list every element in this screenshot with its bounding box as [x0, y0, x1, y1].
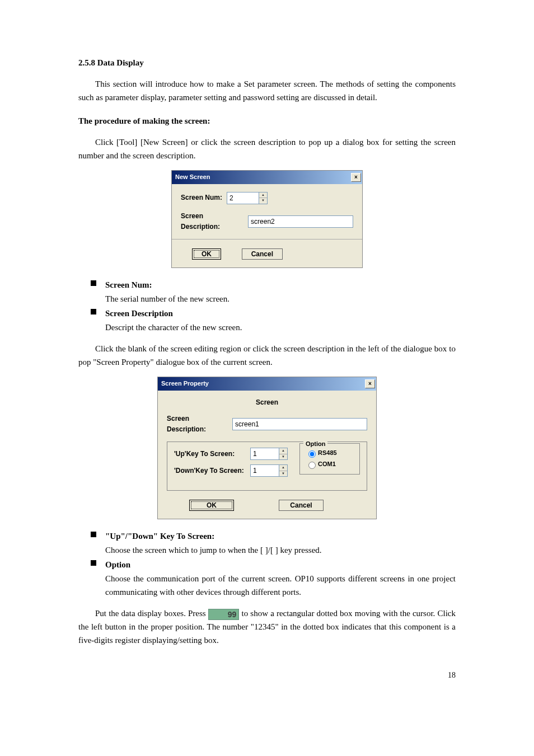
- option-legend: Option: [303, 439, 327, 449]
- spinner-icon[interactable]: ▲▼: [279, 448, 288, 460]
- square-bullet-icon: [91, 280, 96, 286]
- dialog-titlebar: Screen Property ×: [158, 377, 376, 391]
- term: Screen Description: [105, 309, 173, 318]
- square-bullet-icon: [91, 532, 96, 537]
- mid-paragraph: Click the blank of the screen editing re…: [78, 342, 456, 369]
- list-item: Screen Description Descript the characte…: [91, 307, 456, 334]
- list-item: Screen Num: The serial number of the new…: [91, 278, 456, 306]
- ok-button[interactable]: OK: [192, 248, 221, 260]
- down-key-input[interactable]: [250, 464, 279, 477]
- desc: Descript the character of the new screen…: [105, 321, 456, 334]
- data-display-icon[interactable]: 99: [208, 609, 240, 620]
- screen-desc-input[interactable]: [248, 215, 353, 228]
- screen-desc-label: Screen Description:: [181, 211, 243, 232]
- page-number: 18: [78, 669, 456, 682]
- bullet-list-1: Screen Num: The serial number of the new…: [78, 278, 456, 334]
- up-key-input[interactable]: [250, 448, 279, 460]
- spinner-icon[interactable]: ▲▼: [279, 464, 288, 477]
- term: Option: [105, 560, 130, 569]
- spinner-icon[interactable]: ▲▼: [259, 192, 268, 204]
- screen-property-dialog: Screen Property × Screen Screen Descript…: [157, 377, 377, 519]
- term: "Up"/"Down" Key To Screen:: [105, 532, 214, 541]
- desc: Choose the communication port of the cur…: [105, 572, 456, 599]
- screen-desc-input[interactable]: [232, 418, 367, 430]
- ok-button[interactable]: OK: [189, 500, 234, 511]
- cancel-button[interactable]: Cancel: [279, 500, 324, 511]
- screen-num-input[interactable]: [227, 192, 259, 204]
- square-bullet-icon: [91, 309, 96, 314]
- term: Screen Num:: [105, 280, 152, 289]
- intro-paragraph: This section will introduce how to make …: [78, 77, 456, 104]
- cancel-button[interactable]: Cancel: [242, 248, 283, 260]
- down-key-label: 'Down'Key To Screen:: [174, 466, 246, 476]
- final-text-a: Put the data display boxes. Press: [95, 609, 208, 618]
- option-group: Option RS485 COM1: [299, 443, 360, 474]
- dialog-title: New Screen: [175, 172, 210, 182]
- list-item: "Up"/"Down" Key To Screen: Choose the sc…: [91, 529, 456, 557]
- bullet-list-2: "Up"/"Down" Key To Screen: Choose the sc…: [78, 529, 456, 599]
- procedure-heading: The procedure of making the screen:: [78, 114, 456, 128]
- desc: The serial number of the new screen.: [105, 292, 456, 306]
- final-paragraph: Put the data display boxes. Press 99 to …: [78, 607, 456, 647]
- new-screen-dialog: New Screen × Screen Num: ▲▼ Screen Descr…: [171, 170, 363, 268]
- dialog-titlebar: New Screen ×: [172, 171, 362, 184]
- close-icon[interactable]: ×: [365, 379, 375, 388]
- com1-radio[interactable]: [308, 462, 316, 469]
- rs485-radio[interactable]: [308, 450, 316, 458]
- screen-num-label: Screen Num:: [181, 192, 222, 203]
- up-key-label: 'Up'Key To Screen:: [174, 449, 246, 459]
- screen-desc-label: Screen Description:: [167, 414, 228, 435]
- close-icon[interactable]: ×: [351, 173, 361, 182]
- radio-label: RS485: [318, 449, 337, 456]
- list-item: Option Choose the communication port of …: [91, 558, 456, 599]
- square-bullet-icon: [91, 560, 96, 566]
- section-heading: 2.5.8 Data Display: [78, 56, 456, 69]
- dialog-title: Screen Property: [161, 379, 209, 389]
- screen-section-title: Screen: [167, 397, 367, 408]
- radio-label: COM1: [318, 461, 336, 467]
- procedure-paragraph: Click [Tool] [New Screen] or click the s…: [78, 135, 456, 162]
- desc: Choose the screen which to jump to when …: [105, 543, 456, 557]
